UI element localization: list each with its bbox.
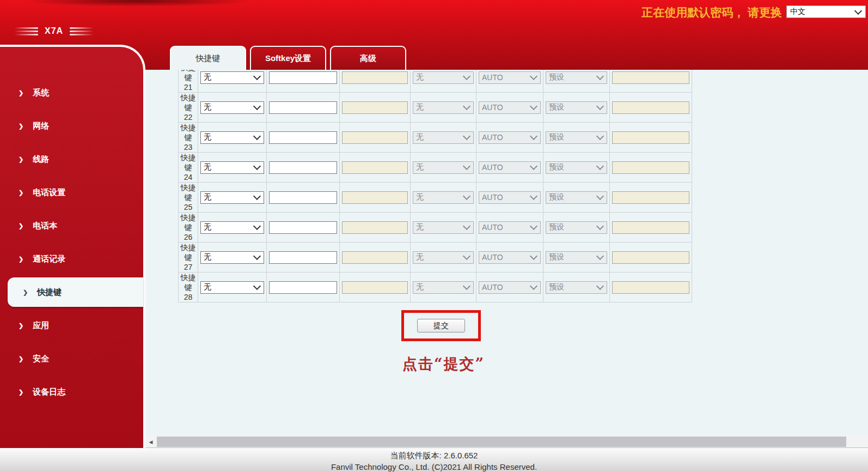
software-version: 当前软件版本: 2.6.0.652 [0,448,868,461]
tab-bar: 快捷键 Softkey设置 高级 [170,46,406,70]
dsskey-value-input[interactable] [269,281,337,294]
chevron-down-icon [463,192,470,200]
dsskey-media-select: 预设 [546,131,607,144]
sidebar-item-security[interactable]: ❯ 安全 [0,342,143,376]
chevron-down-icon [530,72,537,80]
sidebar-item-label: 电话本 [33,221,57,231]
dsskey-type-select[interactable]: 无 [200,131,264,144]
chevron-down-icon [253,72,261,80]
row-label: 快捷键25 [179,183,198,213]
dsskey-value-input[interactable] [269,191,337,204]
horizontal-scrollbar[interactable]: ◀ [145,436,868,447]
dsskey-name-input [612,221,689,234]
row-label: 快捷键22 [179,93,198,123]
dsskey-name-input [612,131,689,144]
sidebar-item-line[interactable]: ❯ 线路 [0,143,143,176]
dsskey-type-select[interactable]: 无 [200,191,264,204]
table-row: 快捷键21 无 无 AUTO 预设 [179,70,692,93]
footer: 当前软件版本: 2.6.0.652 Fanvil Technology Co.,… [0,447,868,472]
sidebar-item-system[interactable]: ❯ 系统 [0,76,143,110]
chevron-down-icon [463,282,470,290]
sidebar-item-application[interactable]: ❯ 应用 [0,309,143,342]
sidebar-item-label: 通话记录 [33,254,65,264]
logo: X7A [14,26,94,36]
dsskey-table-container: 快捷键21 无 无 AUTO 预设 快捷键22 [178,70,693,302]
dsskey-media-select: 预设 [546,251,607,264]
dsskey-label-input [342,71,408,84]
chevron-right-icon: ❯ [19,123,23,130]
dsskey-type-select[interactable]: 无 [200,281,264,294]
dsskey-line-select: AUTO [479,251,541,264]
submit-button[interactable]: 提交 [417,319,465,332]
dsskey-type-select[interactable]: 无 [200,251,264,264]
dsskey-subtype-select: 无 [413,191,474,204]
dsskey-media-select: 预设 [546,71,607,84]
dsskey-line-select: AUTO [479,221,541,234]
copyright: Fanvil Technology Co., Ltd. (C)2021 All … [0,461,868,471]
dsskey-line-select: AUTO [479,281,541,294]
tab-hotkey[interactable]: 快捷键 [170,46,246,70]
chevron-down-icon [253,252,261,260]
dsskey-value-input[interactable] [269,71,337,84]
language-select[interactable]: 中文 [786,5,866,18]
logo-lines-left-icon [14,27,38,35]
dsskey-type-select[interactable]: 无 [200,71,264,84]
chevron-right-icon: ❯ [19,256,23,263]
dsskey-line-select: AUTO [479,71,541,84]
dsskey-media-select: 预设 [546,161,607,174]
chevron-down-icon [463,162,470,170]
dsskey-type-select[interactable]: 无 [200,221,264,234]
dsskey-table: 快捷键21 无 无 AUTO 预设 快捷键22 [178,70,692,302]
table-row: 快捷键26 无 无 AUTO 预设 [179,213,692,243]
sidebar-item-network[interactable]: ❯ 网络 [0,110,143,143]
dsskey-label-input [342,191,408,204]
logo-lines-right-icon [70,27,94,35]
sidebar-item-label: 线路 [33,154,49,165]
dsskey-line-select: AUTO [479,191,541,204]
chevron-down-icon [463,72,470,80]
dsskey-name-input [612,71,689,84]
sidebar-item-phone-settings[interactable]: ❯ 电话设置 [0,176,143,209]
chevron-down-icon [463,222,470,230]
dsskey-name-input [612,251,689,264]
sidebar-item-call-logs[interactable]: ❯ 通话记录 [0,243,143,276]
tab-softkey-settings[interactable]: Softkey设置 [250,46,326,70]
dsskey-media-select: 预设 [546,221,607,234]
dsskey-media-select: 预设 [546,191,607,204]
dsskey-value-input[interactable] [269,101,337,114]
dsskey-value-input[interactable] [269,161,337,174]
dsskey-type-select[interactable]: 无 [200,101,264,114]
sidebar-item-phonebook[interactable]: ❯ 电话本 [0,209,143,243]
chevron-right-icon: ❯ [19,156,23,163]
sidebar-item-label: 网络 [33,121,49,131]
chevron-down-icon [530,282,537,290]
dsskey-name-input [612,101,689,114]
dsskey-label-input [342,101,408,114]
dsskey-name-input [612,281,689,294]
main-content: 快捷键21 无 无 AUTO 预设 快捷键22 [145,70,868,436]
row-label: 快捷键26 [179,213,198,243]
table-row: 快捷键23 无 无 AUTO 预设 [179,123,692,153]
scroll-left-arrow-icon[interactable]: ◀ [145,436,156,447]
dsskey-value-input[interactable] [269,131,337,144]
scrollbar-thumb[interactable] [157,437,846,447]
chevron-down-icon [530,192,537,200]
dsskey-subtype-select: 无 [413,281,474,294]
table-row: 快捷键28 无 无 AUTO 预设 [179,273,692,302]
dsskey-value-input[interactable] [269,251,337,264]
tab-advanced[interactable]: 高级 [330,46,406,70]
chevron-down-icon [253,192,261,200]
chevron-down-icon [463,132,470,140]
sidebar-item-device-log[interactable]: ❯ 设备日志 [0,376,143,409]
row-label: 快捷键24 [179,153,198,183]
row-label: 快捷键23 [179,123,198,153]
chevron-down-icon [530,252,537,260]
dsskey-line-select: AUTO [479,131,541,144]
dsskey-value-input[interactable] [269,221,337,234]
chevron-right-icon: ❯ [19,89,23,96]
logo-text: X7A [45,26,63,36]
chevron-down-icon [596,252,604,260]
dsskey-type-select[interactable]: 无 [200,161,264,174]
sidebar-item-function-key[interactable]: ❯ 快捷键 [8,277,143,307]
chevron-right-icon: ❯ [23,289,28,296]
